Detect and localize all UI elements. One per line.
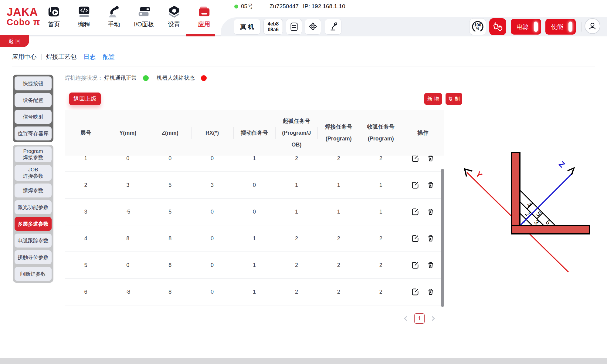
- home-icon: [47, 5, 61, 19]
- nav-item-programming[interactable]: 编程: [69, 5, 99, 29]
- edit-icon: [411, 261, 419, 269]
- breadcrumb-app-center[interactable]: 应用中心: [12, 53, 36, 61]
- cell-arc-end-task: 2: [360, 156, 402, 162]
- back-ribbon-button[interactable]: 返 回: [0, 35, 29, 47]
- log-panel-button[interactable]: [286, 19, 302, 35]
- cell-layer: 6: [65, 289, 107, 295]
- ops-divider: [423, 209, 423, 214]
- settings-icon: [167, 5, 181, 19]
- delete-button[interactable]: [426, 207, 435, 216]
- cell-arc-start-task: 1: [275, 209, 317, 215]
- weld-pass-diagram: 1 2 3 4 5 6 Y Z: [455, 149, 595, 282]
- cell-y: -5: [107, 209, 149, 215]
- col-weave-task: 摆动任务号: [233, 110, 276, 156]
- ops-divider: [423, 182, 423, 188]
- power-button-label: 电源: [517, 23, 529, 31]
- horizontal-plate: [511, 225, 590, 234]
- sidebar-item-quick-buttons[interactable]: 快捷按钮: [15, 76, 52, 90]
- log-link[interactable]: 日志: [83, 53, 96, 61]
- col-rx: RX(°): [191, 110, 233, 156]
- col-z: Z(mm): [149, 110, 191, 156]
- sidebar-item-position-register[interactable]: 位置寄存器库: [15, 126, 52, 140]
- robot-serial: Zu7250447: [270, 2, 299, 10]
- robot-power-button[interactable]: [489, 18, 506, 35]
- delete-button[interactable]: [426, 234, 435, 243]
- cell-y: 0: [107, 262, 149, 268]
- delete-button[interactable]: [426, 287, 435, 296]
- manual-robot-icon: [107, 5, 121, 19]
- power-button[interactable]: 电源: [511, 19, 541, 35]
- edit-button[interactable]: [411, 207, 420, 216]
- cell-rx: 0: [191, 235, 233, 242]
- cell-arc-start-task: 1: [275, 182, 317, 188]
- enable-button[interactable]: 使能: [545, 19, 576, 35]
- sidebar-item-arc-tracking-params[interactable]: 电弧跟踪参数: [15, 234, 52, 248]
- delete-button[interactable]: [426, 156, 435, 163]
- chevron-right-icon: [430, 315, 436, 322]
- edit-icon: [411, 208, 419, 216]
- table-scrollbar[interactable]: [441, 169, 444, 307]
- sidebar-item-touch-sensing-params[interactable]: 接触寻位参数: [15, 250, 52, 264]
- sidebar-item-weave-params[interactable]: 摆焊参数: [15, 184, 52, 197]
- cell-y: -8: [107, 289, 149, 295]
- apps-grid-button[interactable]: [305, 19, 321, 35]
- sidebar-item-job-weld-params[interactable]: JOB 焊接参数: [15, 165, 52, 181]
- trash-icon: [427, 181, 435, 189]
- cell-arc-start-task: 2: [275, 289, 317, 295]
- cell-z: 5: [149, 209, 191, 215]
- pass-number-2: 2: [524, 210, 531, 217]
- delete-button[interactable]: [426, 180, 435, 190]
- sidebar-item-multilayer-params[interactable]: 多层多道参数: [15, 217, 52, 231]
- page-number-button[interactable]: 1: [414, 313, 425, 324]
- real-robot-mode-button[interactable]: 真 机: [234, 19, 260, 35]
- nav-item-apps[interactable]: 应用: [189, 5, 219, 29]
- next-page-button[interactable]: [429, 315, 437, 322]
- sidebar-item-laser-params[interactable]: 激光功能参数: [15, 200, 52, 214]
- active-tab-underline: [186, 34, 215, 36]
- robot-pose-button[interactable]: [325, 19, 341, 35]
- sidebar-item-intermittent-weld-params[interactable]: 间断焊参数: [15, 267, 52, 281]
- multilayer-pass-table: 层号 Y(mm) Z(mm) RX(°) 摆动任务号 起弧任务号 (Progra…: [65, 110, 444, 307]
- content-divider: [12, 66, 595, 66]
- nav-item-home[interactable]: 首页: [39, 5, 69, 29]
- edit-icon: [411, 181, 419, 189]
- power-indicator: [534, 22, 538, 32]
- cell-weld-task: 2: [317, 156, 360, 162]
- edit-button[interactable]: [411, 234, 420, 243]
- delete-button[interactable]: [426, 261, 435, 270]
- prev-page-button[interactable]: [402, 315, 409, 322]
- user-avatar-button[interactable]: [585, 18, 600, 34]
- edit-button[interactable]: [411, 156, 420, 163]
- nav-item-io-panel[interactable]: I/O面板: [129, 5, 159, 29]
- copy-button[interactable]: 复 制: [446, 93, 462, 105]
- cell-arc-end-task: 2: [360, 289, 402, 295]
- back-to-parent-button[interactable]: 返回上级: [69, 93, 101, 105]
- enable-button-label: 使能: [551, 23, 563, 31]
- enable-indicator: [568, 22, 572, 32]
- edit-button[interactable]: [411, 180, 420, 190]
- cell-z: 0: [149, 156, 191, 162]
- col-arc-start-line1: 起弧任务号: [283, 115, 310, 127]
- trash-icon: [427, 208, 435, 216]
- edit-icon: [411, 234, 419, 242]
- sidebar-item-program-weld-params[interactable]: Program 焊接参数: [15, 147, 52, 162]
- cell-layer: 1: [65, 156, 107, 162]
- nav-item-settings[interactable]: 设置: [159, 5, 189, 29]
- sidebar-item-device-config[interactable]: 设备配置: [15, 93, 52, 107]
- config-link[interactable]: 配置: [103, 53, 115, 61]
- sidebar-item-signal-mapping[interactable]: 信号映射: [15, 110, 52, 124]
- edit-button[interactable]: [411, 287, 420, 296]
- robot-id-button[interactable]: 4eb8 08a6: [263, 19, 283, 35]
- edit-button[interactable]: [411, 261, 420, 270]
- col-arc-end-line2: (Program): [368, 133, 394, 145]
- speed-unit: %: [476, 27, 479, 30]
- col-layer-label: 层号: [80, 127, 91, 139]
- nav-item-manual[interactable]: 手动: [99, 5, 129, 29]
- online-dot-icon: [234, 5, 238, 8]
- add-button[interactable]: 新 增: [424, 93, 442, 105]
- robot-id-line2: 08a6: [268, 27, 279, 32]
- robot-power-icon: [492, 21, 503, 32]
- pass-number-4: 4: [526, 201, 533, 208]
- speed-gauge-button[interactable]: 100 %: [469, 18, 486, 35]
- ops-divider: [423, 156, 423, 161]
